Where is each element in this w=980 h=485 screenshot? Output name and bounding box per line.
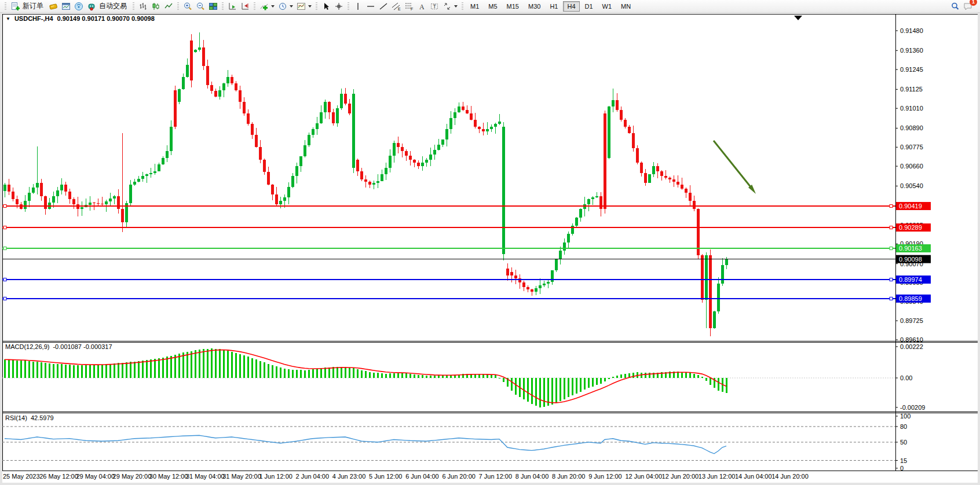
time-axis[interactable]: 25 May 202326 May 12:0029 May 04:0029 Ma…	[3, 473, 809, 480]
candle-body	[563, 242, 566, 251]
data-window-button[interactable]	[60, 1, 72, 12]
signals-icon	[74, 2, 83, 11]
vertical-line-button[interactable]	[352, 1, 364, 12]
rsi-axis[interactable]: 1008050150	[895, 413, 910, 472]
candle-body	[76, 204, 79, 210]
level-handle[interactable]	[890, 204, 893, 207]
trendline-button[interactable]	[378, 1, 389, 12]
candle-body	[44, 196, 47, 210]
chart-title: ▼ USDCHF-,H4 0.90149 0.90171 0.90070 0.9…	[6, 15, 155, 22]
arrow-annotation[interactable]	[714, 141, 756, 194]
new-order-button[interactable]: 新订单	[9, 1, 46, 12]
candle-body	[389, 156, 392, 168]
price-level-label: 0.90419	[899, 203, 922, 210]
market-watch-button[interactable]	[47, 1, 59, 12]
timeframe-button-M5[interactable]: M5	[484, 1, 501, 12]
pane-borders	[2, 14, 978, 471]
time-tick-label: 29 May 04:00	[76, 473, 115, 480]
candle-body	[567, 234, 570, 242]
candle-body	[672, 179, 675, 182]
text-tool-button[interactable]: A	[416, 1, 427, 12]
chart-window[interactable]: ▼ USDCHF-,H4 0.90149 0.90171 0.90070 0.9…	[0, 12, 980, 485]
chart-shift-marker[interactable]	[794, 16, 802, 20]
indicators-button[interactable]	[258, 1, 276, 12]
level-handle[interactable]	[3, 278, 6, 281]
trendline-icon	[379, 2, 388, 11]
notifications-button[interactable]: 1	[962, 1, 974, 12]
candle-body	[547, 282, 550, 284]
search-button[interactable]	[949, 1, 961, 12]
zoom-out-button[interactable]	[195, 1, 206, 12]
candle-body	[52, 196, 55, 203]
signals-button[interactable]	[73, 1, 85, 12]
label-tool-button[interactable]: T	[429, 1, 440, 12]
autotrading-button[interactable]: 自动交易	[86, 1, 130, 12]
bar-chart-button[interactable]	[137, 1, 149, 12]
candle-body	[194, 50, 197, 52]
candle-body	[287, 187, 290, 198]
crosshair-button[interactable]	[333, 1, 345, 12]
fibonacci-button[interactable]: F	[403, 1, 415, 12]
time-tick-label: 1 Jun 12:00	[259, 473, 292, 480]
timeframe-button-M1[interactable]: M1	[466, 1, 483, 12]
zoom-in-button[interactable]	[182, 1, 193, 12]
level-handle[interactable]	[3, 226, 6, 229]
cursor-button[interactable]	[320, 1, 332, 12]
timeframe-button-D1[interactable]: D1	[581, 1, 597, 12]
candle-body	[595, 196, 598, 198]
time-tick-label: 14 Jun 04:00	[735, 473, 772, 480]
timeframe-button-W1[interactable]: W1	[598, 1, 616, 12]
rsi-value: 42.5979	[31, 414, 54, 421]
candle-body	[145, 174, 148, 176]
candle-body	[72, 199, 75, 204]
candle-body	[210, 85, 213, 91]
level-handle[interactable]	[890, 247, 893, 250]
horizontal-line-button[interactable]	[365, 1, 376, 12]
rsi-line	[5, 435, 726, 454]
rsi-tick-label: 100	[900, 413, 910, 420]
candle-body	[40, 183, 43, 196]
toolbar-grip	[254, 2, 255, 10]
level-handle[interactable]	[3, 297, 6, 300]
candle-body	[222, 83, 225, 90]
line-chart-button[interactable]	[163, 1, 174, 12]
level-handle[interactable]	[3, 204, 6, 207]
equidistant-channel-button[interactable]: E	[390, 1, 402, 12]
tile-windows-button[interactable]	[207, 1, 219, 12]
candle-body	[721, 265, 724, 283]
candle-body	[202, 47, 205, 67]
svg-text:A: A	[419, 2, 425, 10]
timeframe-button-M15[interactable]: M15	[503, 1, 523, 12]
candle-body	[170, 127, 173, 152]
time-tick-label: 2 Jun 04:00	[296, 473, 329, 480]
timeframe-button-H1[interactable]: H1	[546, 1, 562, 12]
timeframe-button-H4[interactable]: H4	[563, 1, 579, 12]
time-tick-label: 31 May 04:00	[186, 473, 225, 480]
candle-body	[466, 110, 469, 113]
timeframe-button-M30[interactable]: M30	[524, 1, 544, 12]
rsi-level-lines	[2, 427, 895, 461]
level-handle[interactable]	[890, 297, 893, 300]
arrows-tool-button[interactable]	[441, 1, 459, 12]
chart-canvas[interactable]: 0.914800.913600.912450.911250.910100.908…	[2, 14, 978, 483]
symbol-dropdown-icon[interactable]: ▼	[6, 16, 10, 21]
chart-shift-button[interactable]	[239, 1, 251, 12]
level-handle[interactable]	[890, 226, 893, 229]
macd-axis[interactable]: 0.002220.00-0.00209	[895, 343, 925, 411]
rsi-indicator-label: RSI(14) 42.5979	[5, 414, 54, 421]
candlestick-chart-button[interactable]	[150, 1, 162, 12]
candle-body	[263, 160, 266, 172]
periods-button[interactable]	[277, 1, 294, 12]
candle-body	[101, 204, 104, 204]
candle-body	[295, 166, 298, 176]
candle-body	[340, 94, 343, 109]
timeframe-bar: M1M5M15M30H1H4D1W1MN	[466, 1, 635, 12]
timeframe-button-MN[interactable]: MN	[617, 1, 635, 12]
auto-scroll-button[interactable]	[226, 1, 238, 12]
level-handle[interactable]	[890, 278, 893, 281]
candle-body	[376, 181, 379, 183]
candle-body	[624, 120, 627, 126]
level-handle[interactable]	[3, 247, 6, 250]
templates-button[interactable]	[295, 1, 313, 12]
candle-body	[417, 163, 420, 166]
